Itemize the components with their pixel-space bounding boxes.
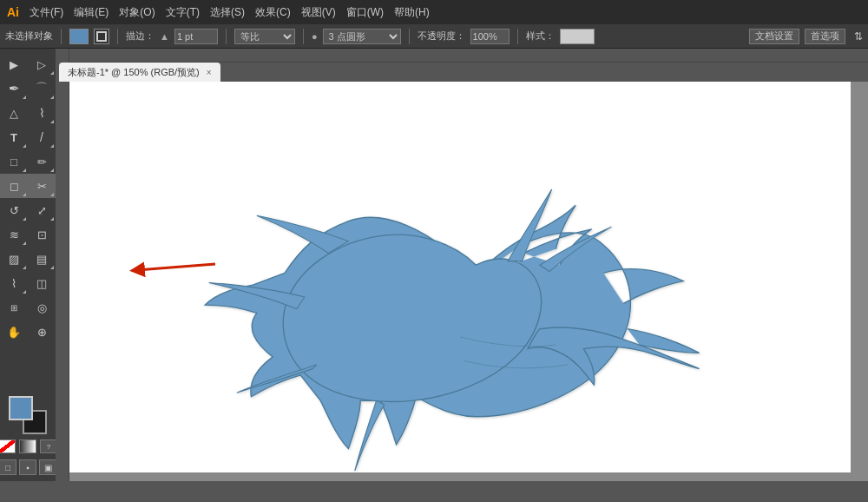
options-bar: 未选择对象 描边： ▲ 等比 ● 3 点圆形 不透明度： 样式： 文档设置 首选… (0, 24, 868, 49)
curvature-submenu-indicator (50, 96, 54, 99)
direct-select-tool[interactable]: ▷ (28, 52, 56, 76)
eraser-submenu-indicator (23, 193, 26, 196)
artwork-svg (69, 82, 851, 472)
menu-effect[interactable]: 效果(C) (255, 5, 291, 20)
menu-edit[interactable]: 编辑(E) (74, 5, 108, 20)
tool-row-5: □ ✏ (0, 149, 56, 174)
color-area: ? (0, 389, 56, 457)
tool-row-3: △ ⌇ (0, 101, 56, 125)
none-color-btn[interactable] (0, 439, 16, 453)
eraser-tool[interactable]: ◻ (0, 174, 28, 198)
gradient-color-btn[interactable] (19, 439, 36, 453)
brush-select[interactable]: 3 点圆形 (323, 29, 401, 44)
tool-row-6: ◻ ✂ (0, 174, 56, 198)
scale-submenu-indicator (50, 217, 54, 221)
free-distort-tool[interactable]: ⊡ (28, 222, 56, 247)
stroke-label: 描边： (126, 30, 155, 43)
doc-settings-button[interactable]: 文档设置 (749, 29, 799, 44)
column-graph-submenu-indicator (50, 266, 54, 269)
menu-file[interactable]: 文件(F) (30, 5, 63, 20)
brush-submenu-indicator (50, 120, 54, 123)
pencil-tool[interactable]: ✏ (28, 149, 56, 174)
pen-tool[interactable]: ✒ (0, 76, 28, 101)
eyedropper-icon: ⌇ (11, 277, 16, 290)
rect-tool[interactable]: □ (0, 149, 28, 174)
select-icon: ▶ (10, 58, 18, 71)
app-logo: Ai (7, 5, 19, 19)
horizontal-ruler (56, 49, 868, 63)
normal-screen-btn[interactable]: □ (0, 459, 16, 475)
curvature-tool[interactable]: ⌒ (28, 76, 56, 101)
separator-2 (117, 29, 118, 44)
preferences-button[interactable]: 首选项 (805, 29, 845, 44)
full-screen-btn[interactable]: ▪ (19, 459, 36, 475)
stroke-type-select[interactable]: 等比 (234, 29, 295, 44)
toolbar: ▶ ▷ ✒ ⌒ △ ⌇ (0, 49, 56, 481)
menu-select[interactable]: 选择(S) (210, 5, 245, 20)
type-icon: T (10, 131, 17, 144)
artboard[interactable] (69, 82, 851, 472)
separator-6 (517, 29, 518, 44)
title-bar: Ai 文件(F) 编辑(E) 对象(O) 文字(T) 选择(S) 效果(C) 视… (0, 0, 868, 24)
pencil-icon: ✏ (37, 155, 47, 168)
main-area: ▶ ▷ ✒ ⌒ △ ⌇ (0, 49, 868, 481)
tool-row-10: ⌇ ◫ (0, 271, 56, 295)
opacity-label: 不透明度： (418, 30, 465, 43)
mesh-icon: ⊞ (10, 303, 17, 313)
type-tool[interactable]: T (0, 125, 28, 149)
arrange-icon[interactable]: ⇅ (854, 30, 863, 43)
document-tab[interactable]: 未标题-1* @ 150% (RGB/预览) × (59, 63, 220, 82)
menu-help[interactable]: 帮助(H) (394, 5, 430, 20)
canvas-area[interactable]: 未标题-1* @ 150% (RGB/预览) × (56, 49, 868, 481)
scissors-tool[interactable]: ✂ (28, 174, 56, 198)
menu-type[interactable]: 文字(T) (166, 5, 200, 20)
column-graph-icon: ▤ (36, 253, 47, 266)
mesh-tool[interactable]: ⊞ (0, 295, 28, 320)
blend-icon: ◎ (37, 301, 47, 314)
gradient-tool[interactable]: ◫ (28, 271, 56, 295)
style-label: 样式： (526, 30, 555, 43)
type-submenu-indicator (23, 144, 26, 148)
brush-tool[interactable]: ⌇ (28, 101, 56, 125)
no-selection-label: 未选择对象 (5, 30, 53, 43)
rect-icon: □ (10, 155, 17, 168)
warp-submenu-indicator (23, 241, 26, 245)
column-graph-tool[interactable]: ▤ (28, 247, 56, 271)
graph-submenu-indicator (23, 266, 26, 269)
style-swatch[interactable] (560, 29, 595, 44)
anchor-tool[interactable]: △ (0, 101, 28, 125)
scale-tool[interactable]: ⤢ (28, 198, 56, 222)
pattern-color-btn[interactable]: ? (40, 439, 56, 453)
stroke-swatch[interactable] (94, 29, 109, 44)
fill-color-swatch[interactable] (69, 29, 89, 44)
eyedropper-tool[interactable]: ⌇ (0, 271, 28, 295)
line-submenu-indicator (50, 144, 54, 148)
hand-tool[interactable]: ✋ (0, 320, 28, 344)
color-mode-row: ? (0, 439, 56, 453)
full-screen-no-menu-btn[interactable]: ▣ (39, 459, 56, 475)
zoom-tool[interactable]: ⊕ (28, 320, 56, 344)
blend-tool[interactable]: ◎ (28, 295, 56, 320)
fg-color-swatch[interactable] (9, 396, 33, 420)
separator-5 (409, 29, 410, 44)
menu-view[interactable]: 视图(V) (301, 5, 336, 20)
menu-object[interactable]: 对象(O) (119, 5, 155, 20)
select-tool[interactable]: ▶ (0, 52, 28, 76)
tool-row-2: ✒ ⌒ (0, 76, 56, 101)
screen-mode-row: □ ▪ ▣ (0, 457, 56, 478)
stroke-width-input[interactable] (174, 29, 218, 44)
stroke-up-arrow[interactable]: ▲ (160, 31, 169, 42)
warp-tool[interactable]: ≋ (0, 222, 28, 247)
line-tool[interactable]: / (28, 125, 56, 149)
eyedropper-submenu-indicator (23, 290, 26, 294)
opacity-input[interactable] (470, 29, 510, 44)
direct-select-icon: ▷ (37, 58, 46, 71)
menu-bar[interactable]: 文件(F) 编辑(E) 对象(O) 文字(T) 选择(S) 效果(C) 视图(V… (30, 5, 430, 20)
rotate-tool[interactable]: ↺ (0, 198, 28, 222)
graph-tool[interactable]: ▨ (0, 247, 28, 271)
menu-window[interactable]: 窗口(W) (346, 5, 384, 20)
tab-bar: 未标题-1* @ 150% (RGB/预览) × (56, 63, 868, 82)
tab-close-button[interactable]: × (207, 68, 212, 77)
tool-row-9: ▨ ▤ (0, 247, 56, 271)
pencil-submenu-indicator (50, 168, 54, 172)
